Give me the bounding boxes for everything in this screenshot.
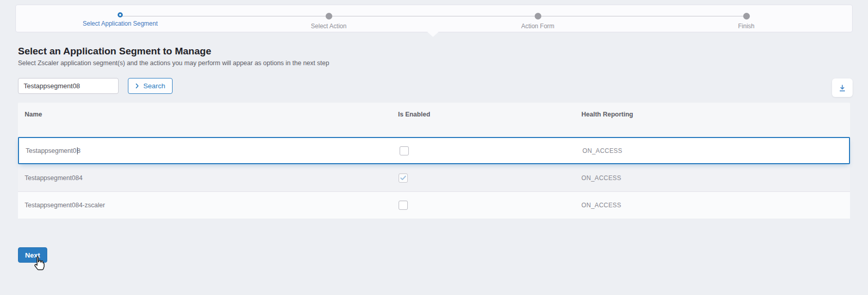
step-dot [326, 13, 332, 19]
column-header-health-reporting: Health Reporting [581, 111, 633, 118]
search-button-label: Search [143, 82, 165, 90]
page-title: Select an Application Segment to Manage [18, 46, 211, 57]
chevron-right-icon [135, 83, 140, 89]
is-enabled-checkbox[interactable] [399, 201, 408, 210]
step-select-action[interactable]: Select Action [262, 5, 395, 30]
cell-name: Testappsegment08 [26, 147, 81, 154]
page-subtitle: Select Zscaler application segment(s) an… [18, 60, 329, 67]
step-finish[interactable]: Finish [680, 5, 813, 30]
table-row-testappsegment08[interactable]: Testappsegment08 ON_ACCESS [18, 137, 850, 164]
cell-name: Testappsegment084 [25, 174, 83, 182]
download-button[interactable] [832, 78, 853, 97]
cell-health-reporting: ON_ACCESS [582, 147, 622, 154]
is-enabled-checkbox[interactable] [400, 146, 409, 155]
step-dot [743, 13, 750, 19]
cell-health-reporting: ON_ACCESS [581, 202, 621, 209]
step-dot-active [118, 12, 123, 17]
table-row-testappsegment084-zscaler[interactable]: Testappsegment084-zscaler ON_ACCESS [18, 191, 850, 219]
step-label: Select Action [262, 23, 395, 30]
search-input[interactable] [18, 78, 119, 94]
table-row-testappsegment084[interactable]: Testappsegment084 ON_ACCESS [18, 164, 850, 191]
checkmark-icon [400, 175, 406, 181]
step-label: Action Form [471, 23, 605, 30]
search-button[interactable]: Search [128, 78, 173, 94]
column-header-is-enabled: Is Enabled [398, 111, 430, 118]
wizard-page: Select Application Segment Select Action… [0, 0, 868, 295]
stepper-callout-arrow [427, 32, 439, 37]
stepper-connector-line [120, 16, 746, 16]
step-dot [535, 13, 541, 19]
application-segments-table: Name Is Enabled Health Reporting Testapp… [18, 103, 850, 219]
download-icon [838, 84, 846, 92]
column-header-name: Name [25, 111, 42, 118]
step-label: Select Application Segment [53, 20, 187, 27]
table-header-row: Name Is Enabled Health Reporting [18, 103, 850, 126]
cell-health-reporting: ON_ACCESS [581, 174, 621, 182]
step-label: Finish [680, 23, 813, 30]
cell-name: Testappsegment084-zscaler [25, 202, 105, 209]
is-enabled-checkbox-checked[interactable] [399, 173, 408, 183]
step-action-form[interactable]: Action Form [471, 5, 605, 30]
next-button[interactable]: Next [18, 247, 47, 263]
step-select-application-segment[interactable]: Select Application Segment [53, 5, 187, 27]
stepper-card: Select Application Segment Select Action… [15, 5, 853, 32]
